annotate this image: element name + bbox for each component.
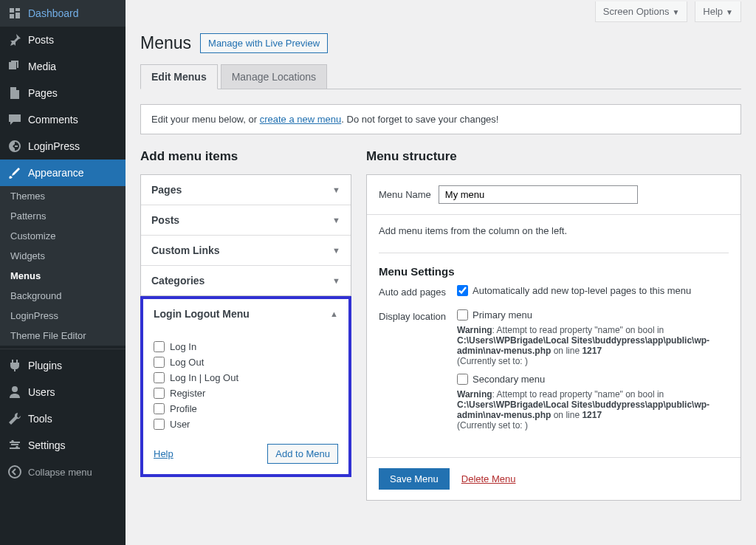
sidebar-item-settings[interactable]: Settings: [0, 432, 126, 459]
auto-add-text: Automatically add new top-level pages to…: [472, 285, 691, 296]
create-new-menu-link[interactable]: create a new menu: [260, 114, 342, 125]
sidebar-item-appearance[interactable]: Appearance: [0, 160, 126, 186]
sidebar-item-pages[interactable]: Pages: [0, 80, 126, 106]
submenu-widgets[interactable]: Widgets: [0, 246, 126, 266]
sidebar-item-posts[interactable]: Posts: [0, 27, 126, 53]
secondary-menu-checkbox[interactable]: [457, 374, 468, 385]
collapse-menu[interactable]: Collapse menu: [0, 459, 126, 485]
sidebar-item-dashboard[interactable]: Dashboard: [0, 0, 126, 27]
check-label: Log Out: [170, 357, 204, 368]
auto-add-checkbox[interactable]: [457, 285, 468, 296]
check-label: Register: [170, 388, 205, 399]
settings-icon: [7, 438, 22, 453]
checkbox-logout[interactable]: [154, 357, 165, 368]
secondary-menu-option[interactable]: Secondary menu: [457, 374, 729, 385]
login-checklist: Log In Log Out Log In | Log Out Register…: [154, 339, 338, 432]
chevron-up-icon: ▲: [330, 309, 338, 318]
warning-label: Warning: [457, 389, 492, 400]
menu-structure-title: Menu structure: [366, 149, 741, 164]
check-profile[interactable]: Profile: [154, 401, 338, 417]
tab-manage-locations[interactable]: Manage Locations: [221, 64, 327, 89]
chevron-down-icon: ▼: [332, 216, 340, 224]
user-icon: [7, 385, 22, 400]
primary-menu-checkbox[interactable]: [457, 309, 468, 321]
menu-settings-title: Menu Settings: [379, 253, 729, 278]
sidebar-item-label: Posts: [28, 34, 54, 46]
live-preview-button[interactable]: Manage with Live Preview: [200, 33, 328, 53]
help-link[interactable]: Help: [154, 448, 173, 459]
checkbox-login-logout[interactable]: [154, 372, 165, 383]
checkbox-user[interactable]: [154, 419, 165, 430]
checkbox-register[interactable]: [154, 388, 165, 399]
menu-name-input[interactable]: [439, 185, 638, 204]
sidebar-item-users[interactable]: Users: [0, 379, 126, 405]
page-icon: [7, 86, 22, 100]
submenu-theme-file-editor[interactable]: Theme File Editor: [0, 326, 126, 346]
check-register[interactable]: Register: [154, 385, 338, 401]
dashboard-icon: [7, 6, 22, 21]
pin-icon: [7, 32, 22, 47]
media-icon: [7, 59, 22, 74]
check-label: User: [170, 419, 190, 430]
sidebar-item-label: Users: [28, 386, 55, 398]
accordion-login-logout-header[interactable]: Login Logout Menu▲: [143, 299, 348, 329]
notice: Edit your menu below, or create a new me…: [140, 104, 741, 134]
check-label: Profile: [170, 403, 197, 414]
warning-line-pre: on line: [551, 346, 582, 356]
tabs: Edit Menus Manage Locations: [140, 64, 741, 89]
check-logout[interactable]: Log Out: [154, 354, 338, 370]
submenu-patterns[interactable]: Patterns: [0, 206, 126, 226]
main-content: Screen Options▼ Help▼ Menus Manage with …: [126, 0, 756, 545]
delete-menu-link[interactable]: Delete Menu: [461, 473, 516, 484]
sidebar-item-label: Dashboard: [28, 7, 79, 19]
sidebar-item-plugins[interactable]: Plugins: [0, 352, 126, 379]
check-login[interactable]: Log In: [154, 339, 338, 354]
accordion-label: Custom Links: [151, 244, 220, 256]
tab-edit-menus[interactable]: Edit Menus: [140, 64, 218, 89]
screen-options-button[interactable]: Screen Options▼: [595, 1, 688, 22]
accordion-posts[interactable]: Posts▼: [141, 205, 351, 235]
sidebar-item-comments[interactable]: Comments: [0, 106, 126, 133]
sidebar-item-label: Tools: [28, 413, 52, 425]
plugin-icon: [7, 358, 22, 373]
sidebar-item-loginpress[interactable]: LoginPress: [0, 133, 126, 160]
submenu-loginpress[interactable]: LoginPress: [0, 306, 126, 326]
page-title: Menus: [140, 33, 191, 53]
brush-icon: [7, 165, 22, 180]
primary-menu-option[interactable]: Primary menu: [457, 309, 729, 321]
check-label: Log In: [170, 341, 196, 352]
primary-menu-text: Primary menu: [472, 309, 532, 321]
help-button[interactable]: Help▼: [695, 1, 741, 22]
help-label: Help: [703, 6, 723, 17]
chevron-down-icon: ▼: [332, 276, 340, 285]
menu-name-label: Menu Name: [379, 189, 431, 200]
sidebar-submenu: Themes Patterns Customize Widgets Menus …: [0, 186, 126, 346]
warning-line-pre: on line: [551, 410, 582, 420]
instructions-text: Add menu items from the column on the le…: [379, 225, 729, 236]
checkbox-login[interactable]: [154, 341, 165, 352]
accordion-pages[interactable]: Pages▼: [141, 175, 351, 205]
sidebar-item-label: Appearance: [28, 167, 84, 179]
check-login-logout[interactable]: Log In | Log Out: [154, 370, 338, 385]
submenu-menus[interactable]: Menus: [0, 266, 126, 286]
sidebar-item-media[interactable]: Media: [0, 53, 126, 80]
sidebar-item-label: Pages: [28, 87, 58, 99]
accordion-custom-links[interactable]: Custom Links▼: [141, 236, 351, 265]
check-label: Log In | Log Out: [170, 372, 238, 383]
submenu-background[interactable]: Background: [0, 286, 126, 306]
accordion-categories[interactable]: Categories▼: [141, 266, 351, 295]
chevron-down-icon: ▼: [726, 8, 733, 16]
sidebar-item-tools[interactable]: Tools: [0, 405, 126, 432]
add-to-menu-button[interactable]: Add to Menu: [267, 444, 338, 464]
add-menu-items-title: Add menu items: [140, 149, 351, 164]
checkbox-profile[interactable]: [154, 403, 165, 414]
sidebar-item-label: Settings: [28, 439, 66, 451]
notice-text-post: . Do not forget to save your changes!: [341, 114, 498, 125]
auto-add-option[interactable]: Automatically add new top-level pages to…: [457, 285, 729, 296]
save-menu-button[interactable]: Save Menu: [379, 468, 450, 490]
accordion-label: Posts: [151, 214, 179, 226]
check-user[interactable]: User: [154, 417, 338, 432]
submenu-themes[interactable]: Themes: [0, 186, 126, 206]
submenu-customize[interactable]: Customize: [0, 226, 126, 246]
warning-line: 1217: [582, 410, 602, 420]
